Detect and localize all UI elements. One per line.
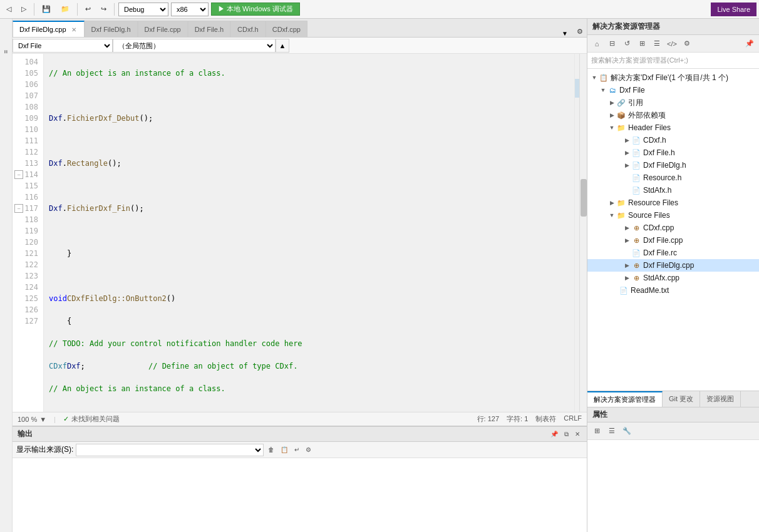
ln-125: 125: [13, 293, 43, 304]
tab-label-3: Dxf File.h: [195, 26, 224, 33]
code-line-109: [49, 180, 569, 192]
se-tab-label-2: 资源视图: [706, 394, 734, 404]
file-scope-select[interactable]: Dxf File: [13, 39, 113, 53]
tree-resource-h[interactable]: 📄 Resource.h: [587, 171, 759, 184]
tab-dxf-file-cpp[interactable]: Dxf File.cpp: [138, 21, 188, 37]
sf-label: Source Files: [628, 211, 670, 220]
ref-chevron: ▶: [607, 98, 616, 107]
tab-close-0[interactable]: ✕: [70, 26, 78, 34]
tab-label-0: Dxf FileDlg.cpp: [19, 26, 66, 33]
tree-solution[interactable]: ▼ 📋 解决方案'Dxf File'(1 个项目/共 1 个): [587, 71, 759, 84]
tree-stdafx-h[interactable]: 📄 StdAfx.h: [587, 184, 759, 197]
project-label: Dxf File: [619, 86, 645, 95]
se-tool-refresh[interactable]: ↺: [620, 37, 634, 51]
debug-config-select[interactable]: Debug: [118, 3, 168, 16]
output-float-btn[interactable]: ⧉: [562, 430, 571, 439]
stdafxcpp-icon: ⊕: [631, 273, 641, 283]
resourceh-icon: 📄: [631, 173, 641, 183]
prop-tool-grid[interactable]: ⊞: [590, 424, 604, 438]
tab-cdxf-h[interactable]: CDxf.h: [230, 21, 266, 37]
tree-cdxf-h[interactable]: ▶ 📄 CDxf.h: [587, 134, 759, 146]
back-btn[interactable]: ◁: [3, 4, 15, 14]
se-tree: ▼ 📋 解决方案'Dxf File'(1 个项目/共 1 个) ▼ 🗂 Dxf …: [587, 69, 759, 391]
main-toolbar: ◁ ▷ 💾 📁 ↩ ↪ Debug x86 ▶ 本地 Windows 调试器 L…: [0, 0, 759, 19]
se-tab-solution-explorer[interactable]: 解决方案资源管理器: [587, 391, 663, 407]
save-btn[interactable]: 💾: [38, 4, 54, 14]
editor-scrollbar-v[interactable]: [579, 54, 587, 412]
zoom-dropdown[interactable]: ▼: [39, 416, 46, 423]
dxffilerc-chevron: [622, 248, 631, 257]
ln-119: 119: [13, 225, 43, 237]
tree-source-files[interactable]: ▼ 📁 Source Files: [587, 209, 759, 222]
tree-cdxf-cpp[interactable]: ▶ ⊕ CDxf.cpp: [587, 222, 759, 234]
tree-resource-files[interactable]: ▶ 📁 Resource Files: [587, 197, 759, 209]
tab-settings-btn[interactable]: ⚙: [573, 26, 587, 37]
tree-stdafx-cpp[interactable]: ▶ ⊕ StdAfx.cpp: [587, 272, 759, 284]
tab-dxf-filedlg-cpp[interactable]: Dxf FileDlg.cpp ✕: [13, 21, 85, 37]
prop-tool-settings[interactable]: 🔧: [620, 424, 634, 438]
tree-external-deps[interactable]: ▶ 📦 外部依赖项: [587, 109, 759, 121]
code-line-117: CDxf Dxf; // Define an object of type CD…: [49, 361, 569, 372]
tab-dxf-file-h[interactable]: Dxf File.h: [188, 21, 230, 37]
fold-114[interactable]: −: [14, 170, 23, 179]
dxffileh-chevron: ▶: [622, 148, 631, 157]
cdxfh-chevron: ▶: [622, 136, 631, 145]
tab-cdxf-cpp[interactable]: CDxf.cpp: [266, 21, 307, 37]
se-tab-resource-view[interactable]: 资源视图: [700, 391, 741, 407]
redo-btn[interactable]: ↪: [97, 4, 110, 14]
fold-117[interactable]: −: [14, 204, 23, 213]
tree-dxf-file-cpp[interactable]: ▶ ⊕ Dxf File.cpp: [587, 234, 759, 247]
output-close-btn[interactable]: ✕: [573, 430, 582, 438]
output-title: 输出: [18, 429, 33, 439]
tree-header-files[interactable]: ▼ 📁 Header Files: [587, 121, 759, 134]
properties-panel: 属性 ⊞ ☰ 🔧: [587, 407, 759, 532]
tree-dxf-filedlg-cpp[interactable]: ▶ ⊕ Dxf FileDlg.cpp: [587, 259, 759, 272]
tree-readme[interactable]: 📄 ReadMe.txt: [587, 284, 759, 297]
scope-nav-up[interactable]: ▲: [276, 39, 289, 53]
se-tool-collapse[interactable]: ⊞: [635, 37, 649, 51]
dxffileh-label: Dxf File.h: [643, 148, 675, 157]
readme-icon: 📄: [619, 285, 629, 295]
prop-content: [587, 440, 759, 532]
output-pin-btn[interactable]: 📌: [549, 430, 560, 438]
se-tool-filter[interactable]: ⊟: [605, 37, 619, 51]
editor-area: Dxf FileDlg.cpp ✕ Dxf FileDlg.h Dxf File…: [13, 19, 587, 426]
output-source-select[interactable]: [76, 444, 264, 456]
se-tool-home[interactable]: ⌂: [590, 37, 604, 51]
ln-117: − 117: [13, 203, 43, 214]
se-tool-props[interactable]: ☰: [650, 37, 664, 51]
tree-references[interactable]: ▶ 🔗 引用: [587, 96, 759, 109]
tab-overflow-btn[interactable]: ▼: [558, 30, 572, 37]
forward-btn[interactable]: ▷: [18, 4, 30, 14]
undo-btn[interactable]: ↩: [81, 4, 95, 14]
tree-dxf-file-rc[interactable]: 📄 Dxf File.rc: [587, 247, 759, 259]
tree-project[interactable]: ▼ 🗂 Dxf File: [587, 84, 759, 96]
sep3: [114, 3, 115, 16]
run-debugger-btn[interactable]: ▶ 本地 Windows 调试器: [211, 3, 300, 16]
zoom-status[interactable]: 100 % ▼: [18, 416, 46, 423]
code-editor[interactable]: // An object is an instance of a class. …: [44, 54, 574, 412]
code-line-119: [49, 406, 569, 412]
se-tab-git-changes[interactable]: Git 更改: [663, 391, 700, 407]
project-icon: 🗂: [607, 85, 617, 95]
live-share-btn[interactable]: Live Share: [711, 3, 756, 16]
range-scope-select[interactable]: （全局范围）: [113, 39, 276, 53]
ref-label: 引用: [628, 98, 643, 108]
editor-scrollbar-thumb[interactable]: [581, 179, 587, 217]
output-wrap-btn[interactable]: ↵: [292, 446, 301, 454]
prop-tool-list[interactable]: ☰: [605, 424, 619, 438]
dxffiledlgcpp-chevron: ▶: [622, 261, 631, 270]
se-tool-code[interactable]: </>: [665, 37, 679, 51]
platform-select[interactable]: x86: [171, 3, 209, 16]
output-copy-btn[interactable]: 📋: [279, 446, 290, 454]
output-clear-btn[interactable]: 🗑: [266, 446, 276, 454]
tree-dxf-filedlg-h[interactable]: ▶ 📄 Dxf FileDlg.h: [587, 159, 759, 171]
tree-dxf-file-h[interactable]: ▶ 📄 Dxf File.h: [587, 146, 759, 159]
se-tool-settings[interactable]: ⚙: [680, 37, 694, 51]
se-tool-pin[interactable]: 📌: [743, 37, 756, 51]
save-all-btn[interactable]: 📁: [57, 4, 73, 14]
output-settings-btn[interactable]: ⚙: [304, 446, 313, 454]
ln-105: 105: [13, 68, 43, 79]
zoom-value: 100 %: [18, 416, 37, 423]
tab-dxf-filedlg-h[interactable]: Dxf FileDlg.h: [85, 21, 138, 37]
